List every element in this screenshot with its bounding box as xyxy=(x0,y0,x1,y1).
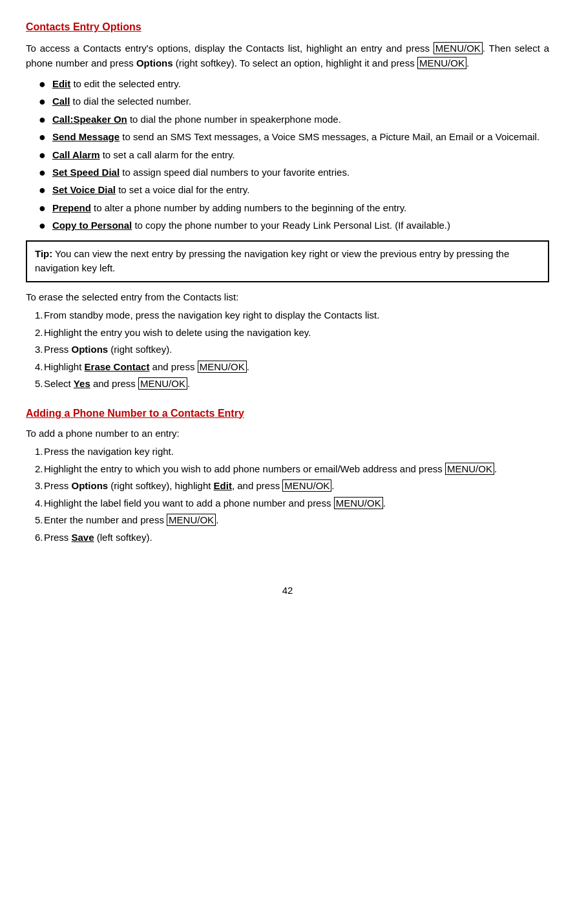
erase-step-1: 1. From standby mode, press the navigati… xyxy=(26,308,549,323)
term-call: Call xyxy=(52,96,70,107)
menu-ok-ref: MENU/OK xyxy=(138,377,187,390)
list-item: ● Call to dial the selected number. xyxy=(39,94,549,109)
step-text: Highlight the entry you wish to delete u… xyxy=(44,326,311,341)
step-text: Highlight the label field you want to ad… xyxy=(44,496,386,511)
page-number: 42 xyxy=(26,583,549,598)
edit-label: Edit xyxy=(214,480,232,491)
bullet-icon: ● xyxy=(39,130,46,145)
bullet-icon: ● xyxy=(39,94,46,109)
step-number: 4. xyxy=(26,496,44,511)
yes-label: Yes xyxy=(74,378,90,389)
intro-paragraph: To access a Contacts entry's options, di… xyxy=(26,41,549,70)
step-number: 6. xyxy=(26,530,44,545)
section2-step-4: 4. Highlight the label field you want to… xyxy=(26,496,549,511)
step-text: Select Yes and press MENU/OK. xyxy=(44,377,190,392)
options-list: ● Edit to edit the selected entry. ● Cal… xyxy=(39,77,549,234)
bullet-icon: ● xyxy=(39,112,46,127)
bullet-icon: ● xyxy=(39,183,46,198)
tip-text: You can view the next entry by pressing … xyxy=(35,248,509,274)
list-item: ● Copy to Personal to copy the phone num… xyxy=(39,218,549,233)
list-item: ● Send Message to send an SMS Text messa… xyxy=(39,130,549,145)
list-item-text: Copy to Personal to copy the phone numbe… xyxy=(52,218,450,233)
bullet-icon: ● xyxy=(39,218,46,233)
erase-step-4: 4. Highlight Erase Contact and press MEN… xyxy=(26,360,549,375)
section2-step-1: 1. Press the navigation key right. xyxy=(26,445,549,459)
step-text: Highlight the entry to which you wish to… xyxy=(44,462,497,477)
list-item-text: Edit to edit the selected entry. xyxy=(52,77,181,92)
options-bold: Options xyxy=(72,344,109,355)
step-number: 2. xyxy=(26,462,44,477)
step-text: From standby mode, press the navigation … xyxy=(44,308,379,323)
list-item: ● Prepend to alter a phone number by add… xyxy=(39,201,549,216)
term-prepend: Prepend xyxy=(52,202,91,213)
menu-ok-ref-1: MENU/OK xyxy=(434,42,483,54)
term-edit: Edit xyxy=(52,78,70,89)
step-number: 5. xyxy=(26,377,44,392)
menu-ok-ref: MENU/OK xyxy=(167,514,216,526)
step-number: 3. xyxy=(26,479,44,494)
step-text: Press Save (left softkey). xyxy=(44,530,152,545)
erase-step-2: 2. Highlight the entry you wish to delet… xyxy=(26,326,549,341)
term-copy-personal: Copy to Personal xyxy=(52,220,132,231)
erase-intro: To erase the selected entry from the Con… xyxy=(26,290,549,305)
list-item: ● Set Voice Dial to set a voice dial for… xyxy=(39,183,549,198)
term-send-message: Send Message xyxy=(52,131,120,142)
menu-ok-ref-2: MENU/OK xyxy=(417,57,466,69)
step-text: Enter the number and press MENU/OK. xyxy=(44,513,218,528)
list-item: ● Edit to edit the selected entry. xyxy=(39,77,549,92)
list-item-text: Call Alarm to set a call alarm for the e… xyxy=(52,148,235,163)
step-number: 3. xyxy=(26,342,44,357)
intro-text-4: . xyxy=(466,58,469,68)
menu-ok-ref: MENU/OK xyxy=(334,497,383,509)
erase-steps-list: 1. From standby mode, press the navigati… xyxy=(26,308,549,392)
step-number: 1. xyxy=(26,308,44,323)
step-text: Press Options (right softkey), highlight… xyxy=(44,479,335,494)
erase-contact-label: Erase Contact xyxy=(85,361,150,372)
step-text: Press Options (right softkey). xyxy=(44,342,172,357)
section2-title: Adding a Phone Number to a Contacts Entr… xyxy=(26,406,549,421)
options-label: Options xyxy=(136,58,173,68)
list-item-text: Call:Speaker On to dial the phone number… xyxy=(52,112,341,127)
tip-label: Tip: xyxy=(35,248,52,259)
term-call-speaker: Call:Speaker On xyxy=(52,114,127,125)
list-item: ● Call Alarm to set a call alarm for the… xyxy=(39,148,549,163)
menu-ok-ref: MENU/OK xyxy=(198,361,247,373)
section2-step-5: 5. Enter the number and press MENU/OK. xyxy=(26,513,549,528)
section2-intro: To add a phone number to an entry: xyxy=(26,426,549,441)
term-set-speed-dial: Set Speed Dial xyxy=(52,167,120,178)
bullet-icon: ● xyxy=(39,165,46,180)
menu-ok-ref: MENU/OK xyxy=(282,479,331,492)
erase-step-3: 3. Press Options (right softkey). xyxy=(26,342,549,357)
section2-step-3: 3. Press Options (right softkey), highli… xyxy=(26,479,549,494)
list-item-text: Send Message to send an SMS Text message… xyxy=(52,130,539,145)
save-label: Save xyxy=(72,532,94,543)
bullet-icon: ● xyxy=(39,148,46,163)
intro-text-1: To access a Contacts entry's options, di… xyxy=(26,43,430,54)
term-set-voice-dial: Set Voice Dial xyxy=(52,184,116,195)
tip-box: Tip: You can view the next entry by pres… xyxy=(26,240,549,282)
list-item-text: Call to dial the selected number. xyxy=(52,94,191,109)
bullet-icon: ● xyxy=(39,77,46,92)
section2-step-2: 2. Highlight the entry to which you wish… xyxy=(26,462,549,477)
list-item-text: Set Speed Dial to assign speed dial numb… xyxy=(52,165,350,180)
erase-step-5: 5. Select Yes and press MENU/OK. xyxy=(26,377,549,392)
section2-step-6: 6. Press Save (left softkey). xyxy=(26,530,549,545)
step-number: 2. xyxy=(26,326,44,341)
list-item: ● Set Speed Dial to assign speed dial nu… xyxy=(39,165,549,180)
list-item: ● Call:Speaker On to dial the phone numb… xyxy=(39,112,549,127)
menu-ok-ref: MENU/OK xyxy=(445,463,494,475)
step-number: 4. xyxy=(26,360,44,375)
options-bold: Options xyxy=(72,480,109,491)
page-title: Contacts Entry Options xyxy=(26,19,549,35)
term-call-alarm: Call Alarm xyxy=(52,149,100,160)
list-item-text: Prepend to alter a phone number by addin… xyxy=(52,201,406,216)
step-number: 1. xyxy=(26,445,44,459)
intro-text-3: (right softkey). To select an option, hi… xyxy=(173,58,417,68)
step-number: 5. xyxy=(26,513,44,528)
section2-steps-list: 1. Press the navigation key right. 2. Hi… xyxy=(26,445,549,545)
step-text: Highlight Erase Contact and press MENU/O… xyxy=(44,360,249,375)
step-text: Press the navigation key right. xyxy=(44,445,174,459)
list-item-text: Set Voice Dial to set a voice dial for t… xyxy=(52,183,249,198)
bullet-icon: ● xyxy=(39,201,46,216)
